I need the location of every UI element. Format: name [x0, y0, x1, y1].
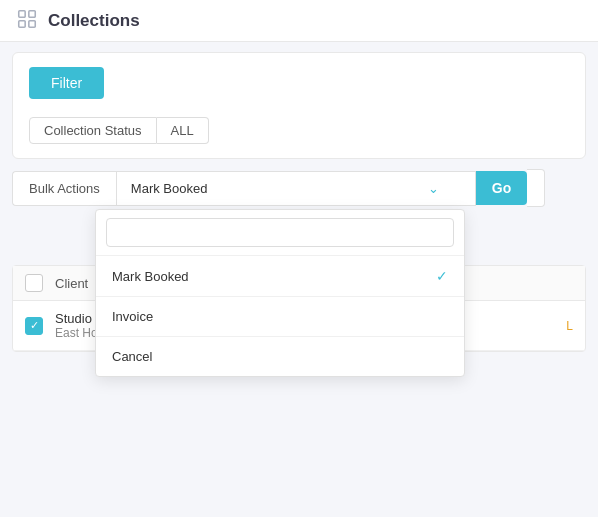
svg-rect-0 — [19, 10, 25, 16]
client-info: Studio East Ho — [55, 311, 98, 340]
filter-section: Filter Collection Status ALL — [12, 52, 586, 159]
dropdown-item-label: Invoice — [112, 309, 153, 324]
collection-status-all[interactable]: ALL — [157, 117, 209, 144]
chevron-down-icon: ⌄ — [428, 181, 439, 196]
filter-tabs: Collection Status ALL — [29, 117, 569, 144]
dropdown-item-label: Cancel — [112, 349, 152, 364]
bulk-actions-label: Bulk Actions — [12, 171, 116, 206]
go-button[interactable]: Go — [476, 171, 527, 205]
dropdown-item-invoice[interactable]: Invoice — [96, 297, 464, 336]
client-subtitle: East Ho — [55, 326, 98, 340]
svg-rect-3 — [29, 20, 35, 26]
collections-icon — [16, 8, 38, 34]
filter-button[interactable]: Filter — [29, 67, 104, 99]
client-column-header: Client — [55, 276, 88, 291]
bulk-actions-dropdown-menu: Mark Booked ✓ Invoice Cancel — [95, 209, 465, 377]
client-name: Studio — [55, 311, 98, 326]
collection-status-tab[interactable]: Collection Status — [29, 117, 157, 144]
dropdown-item-mark-booked[interactable]: Mark Booked ✓ — [96, 256, 464, 296]
row-checkbox[interactable]: ✓ — [25, 317, 43, 335]
checkmark-icon: ✓ — [436, 268, 448, 284]
dropdown-item-label: Mark Booked — [112, 269, 189, 284]
dropdown-item-cancel[interactable]: Cancel — [96, 337, 464, 376]
bulk-actions-row: Bulk Actions Mark Booked ⌄ Go Mark Booke… — [12, 169, 586, 207]
dropdown-search-input[interactable] — [106, 218, 454, 247]
bulk-actions-dropdown[interactable]: Mark Booked ⌄ — [116, 171, 476, 206]
bulk-actions-selected: Mark Booked — [131, 181, 428, 196]
svg-rect-2 — [19, 20, 25, 26]
svg-rect-1 — [29, 10, 35, 16]
page-title: Collections — [48, 11, 140, 31]
select-all-checkbox[interactable] — [25, 274, 43, 292]
right-overflow-cell — [527, 169, 545, 207]
page-header: Collections — [0, 0, 598, 42]
dropdown-search-area — [96, 210, 464, 256]
row-tag: L — [566, 319, 573, 333]
